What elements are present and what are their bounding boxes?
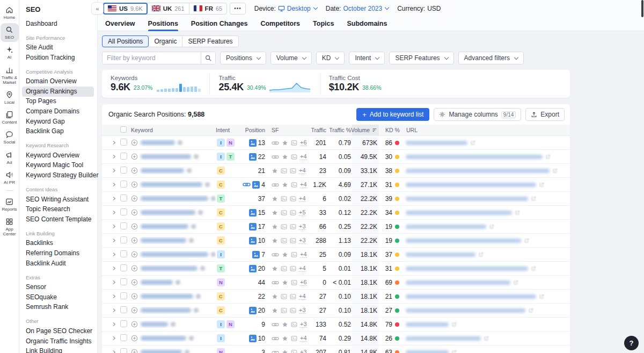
table-row[interactable]: C15+5330.1222.2K34: [102, 206, 570, 220]
sidebar-item-referring-domains[interactable]: Referring Domains: [26, 249, 94, 259]
url-cell[interactable]: [404, 336, 570, 341]
sidebar-item-topic-research[interactable]: Topic Research: [26, 205, 94, 215]
table-row[interactable]: IN9+31330.5214.8K79: [102, 318, 570, 332]
tab-positions[interactable]: Positions: [148, 17, 178, 31]
sidebar-item-seoquake[interactable]: SEOquake: [26, 292, 94, 302]
filter-dropdown-positions[interactable]: Positions: [220, 52, 266, 64]
sidebar-item-top-pages[interactable]: Top Pages: [26, 97, 94, 107]
sidebar-item-backlink-audit[interactable]: Backlink Audit: [26, 258, 94, 269]
url-cell[interactable]: [404, 154, 570, 160]
table-row[interactable]: T20+450.0118.1K31: [102, 262, 570, 276]
help-button[interactable]: ?: [624, 336, 639, 350]
sidebar-item-dashboard[interactable]: Dashboard: [26, 19, 94, 29]
country-tab-uk[interactable]: UK261: [147, 3, 189, 15]
row-expander[interactable]: [107, 210, 120, 215]
sidebar-item-keyword-strategy-builder[interactable]: Keyword Strategy Builder: [26, 171, 94, 181]
table-row[interactable]: T37+460.0222.2K39: [102, 192, 570, 206]
filter-dropdown-intent[interactable]: Intent: [349, 52, 385, 64]
row-expander[interactable]: [107, 322, 120, 327]
table-row[interactable]: IN13+62010.79673K86: [102, 136, 570, 150]
row-checkbox[interactable]: [120, 306, 127, 313]
row-expander[interactable]: [107, 168, 120, 173]
column-keyword[interactable]: Keyword: [131, 127, 216, 133]
add-keyword-plus-circle-icon[interactable]: [131, 279, 138, 286]
add-keyword-plus-circle-icon[interactable]: [131, 293, 138, 300]
row-checkbox[interactable]: [120, 167, 127, 174]
rail-item-ai-pr[interactable]: AI PR: [1, 168, 19, 187]
add-keyword-plus-circle-icon[interactable]: [131, 251, 138, 258]
url-cell[interactable]: [404, 350, 570, 353]
add-keyword-plus-circle-icon[interactable]: [131, 139, 138, 146]
filter-dropdown-advanced-filters[interactable]: Advanced filters: [458, 52, 524, 64]
country-tab-fr[interactable]: FR65: [189, 3, 228, 15]
tab-position-changes[interactable]: Position Changes: [191, 17, 248, 31]
url-cell[interactable]: [404, 294, 570, 299]
add-keyword-plus-circle-icon[interactable]: [131, 307, 138, 314]
row-expander[interactable]: [107, 308, 120, 313]
date-selector[interactable]: Date: October 2023: [326, 5, 389, 12]
rail-item-seo[interactable]: SEO: [1, 23, 19, 42]
table-row[interactable]: I10+4740.2914.8K26: [102, 332, 570, 345]
column-intent[interactable]: Intent: [216, 127, 243, 133]
keyword-filter-input[interactable]: [103, 52, 201, 64]
sidebar-item-organic-rankings[interactable]: Organic Rankings: [22, 87, 94, 97]
sidebar-item-sensor[interactable]: Sensor: [26, 283, 94, 293]
select-all-checkbox[interactable]: [120, 126, 127, 133]
add-keyword-plus-circle-icon[interactable]: [131, 321, 138, 328]
url-cell[interactable]: [404, 252, 570, 257]
rail-item-ad[interactable]: Ad: [1, 148, 19, 167]
filter-dropdown-kd[interactable]: KD: [316, 52, 345, 64]
add-keyword-plus-circle-icon[interactable]: [131, 265, 138, 272]
row-checkbox[interactable]: [120, 292, 127, 299]
row-checkbox[interactable]: [120, 250, 127, 257]
url-cell[interactable]: [404, 210, 570, 215]
table-row[interactable]: C21+4230.0933.1K38: [102, 164, 570, 178]
rail-item-ai[interactable]: AI: [1, 43, 19, 62]
url-cell[interactable]: [404, 182, 570, 188]
sidebar-item-position-tracking[interactable]: Position Tracking: [26, 53, 94, 63]
sidebar-item-domain-overview[interactable]: Domain Overview: [26, 77, 94, 87]
add-keyword-plus-circle-icon[interactable]: [131, 195, 138, 202]
table-row[interactable]: C10+32881.1322.2K19: [102, 234, 570, 248]
add-keyword-plus-circle-icon[interactable]: [131, 223, 138, 230]
row-expander[interactable]: [107, 238, 120, 243]
row-checkbox[interactable]: [120, 222, 127, 229]
table-row[interactable]: C20+3270.1018.1K27: [102, 304, 570, 318]
table-row[interactable]: I7+4250.0918.1K37: [102, 248, 570, 262]
row-checkbox[interactable]: [120, 181, 127, 188]
device-selector[interactable]: Device: Desktop: [254, 5, 317, 12]
rail-item-traffic-market[interactable]: Traffic & Market: [1, 63, 19, 87]
row-expander[interactable]: [107, 154, 120, 159]
url-cell[interactable]: [404, 280, 570, 285]
segment-serp-features[interactable]: SERP Features: [182, 35, 238, 47]
rail-item-home[interactable]: Home: [1, 3, 19, 22]
row-expander[interactable]: [107, 350, 120, 353]
column-traffic[interactable]: Traffic: [304, 127, 327, 133]
segment-organic[interactable]: Organic: [148, 35, 182, 47]
currency-selector[interactable]: Currency: USD: [397, 5, 441, 12]
table-row[interactable]: C17+3660.2522.2K19: [102, 220, 570, 234]
sidebar-item-backlink-gap[interactable]: Backlink Gap: [26, 127, 94, 137]
add-keyword-plus-circle-icon[interactable]: [131, 237, 138, 244]
row-checkbox[interactable]: [120, 264, 127, 271]
sidebar-item-backlinks[interactable]: Backlinks: [26, 239, 94, 249]
row-expander[interactable]: [107, 280, 120, 285]
rail-item-social[interactable]: Social: [1, 128, 19, 147]
add-keyword-plus-circle-icon[interactable]: [131, 181, 138, 188]
url-cell[interactable]: [404, 238, 570, 243]
rail-item-reports[interactable]: Reports: [1, 195, 19, 214]
table-row[interactable]: C4+41.2K4.6927.1K31: [102, 178, 570, 192]
row-checkbox[interactable]: [120, 139, 127, 146]
url-cell[interactable]: [404, 168, 570, 174]
table-row[interactable]: IT22+4140.0549.5K30: [102, 150, 570, 164]
filter-dropdown-volume[interactable]: Volume: [270, 52, 312, 64]
column-sf[interactable]: SF: [266, 127, 304, 133]
row-checkbox[interactable]: [120, 334, 127, 341]
tab-topics[interactable]: Topics: [313, 17, 334, 31]
add-to-keyword-list-button[interactable]: + Add to keyword list: [356, 108, 429, 121]
row-checkbox[interactable]: [120, 348, 127, 353]
rail-item-content[interactable]: Content: [1, 108, 19, 127]
row-expander[interactable]: [107, 196, 120, 201]
column-position[interactable]: Position: [243, 127, 266, 133]
sidebar-item-compare-domains[interactable]: Compare Domains: [26, 107, 94, 117]
